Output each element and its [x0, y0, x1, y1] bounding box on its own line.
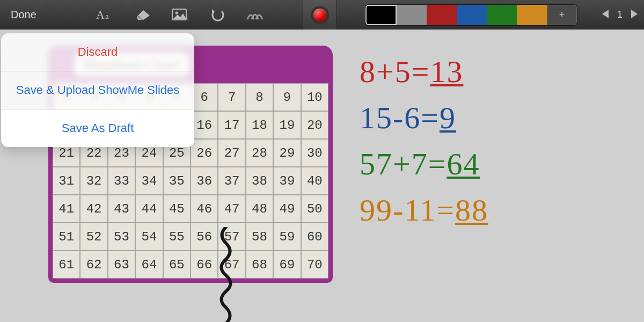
image-add-icon[interactable]: +	[169, 3, 192, 27]
swatch-green[interactable]	[487, 5, 517, 25]
chart-cell: 10	[301, 83, 328, 111]
slide-number: 1	[617, 9, 623, 20]
brush-icon[interactable]	[244, 3, 267, 27]
swatch-gray[interactable]	[397, 5, 427, 25]
color-palette: +	[365, 4, 577, 26]
chart-cell: 61	[53, 251, 80, 279]
equation-lhs: 15-6=	[360, 100, 440, 135]
chart-cell: 63	[108, 251, 135, 279]
chart-cell: 70	[301, 251, 328, 279]
chart-cell: 31	[53, 167, 80, 195]
chart-cell: 54	[135, 223, 163, 251]
save-upload-button[interactable]: Save & Upload ShowMe Slides	[1, 71, 194, 109]
chart-cell: 43	[108, 195, 135, 223]
chart-cell: 6	[191, 83, 218, 111]
chart-cell: 39	[273, 167, 301, 195]
chart-cell: 18	[246, 111, 273, 139]
swatch-orange[interactable]	[517, 5, 547, 25]
chart-cell: 40	[301, 167, 328, 195]
done-popover: Discard Save & Upload ShowMe Slides Save…	[1, 33, 194, 147]
chart-cell: 8	[246, 83, 273, 111]
chart-cell: 28	[246, 139, 273, 167]
chart-cell: 58	[246, 223, 273, 251]
svg-text:A: A	[96, 8, 105, 21]
undo-icon[interactable]	[206, 3, 230, 27]
chart-cell: 48	[246, 195, 273, 223]
chart-cell: 20	[301, 111, 328, 139]
chart-cell: 19	[273, 111, 301, 139]
chart-cell: 9	[273, 83, 301, 111]
chart-cell: 41	[53, 195, 80, 223]
eraser-icon[interactable]	[131, 3, 155, 27]
equation: 57+7=64	[360, 149, 628, 180]
chart-cell: 16	[191, 111, 218, 139]
equation: 99-11=88	[360, 195, 628, 226]
toolbar: Done Aa + + 1	[0, 0, 644, 30]
chart-cell: 35	[163, 167, 191, 195]
chart-cell: 52	[80, 223, 107, 251]
equation-lhs: 8+5=	[360, 54, 430, 89]
done-button[interactable]: Done	[5, 5, 42, 24]
equation-answer: 13	[430, 54, 463, 89]
chart-cell: 37	[218, 167, 245, 195]
swatch-black[interactable]	[365, 5, 397, 25]
chart-cell: 50	[301, 195, 328, 223]
equation: 8+5=13	[360, 56, 628, 87]
svg-text:a: a	[105, 12, 109, 20]
chart-cell: 42	[80, 195, 107, 223]
chart-cell: 65	[163, 251, 191, 279]
equation-answer: 64	[447, 147, 480, 181]
swatch-add[interactable]: +	[547, 5, 577, 25]
prev-slide-icon[interactable]	[601, 9, 610, 21]
swatch-red[interactable]	[427, 5, 457, 25]
equation: 15-6=9	[360, 103, 628, 134]
chart-cell: 44	[135, 195, 163, 223]
discard-button[interactable]: Discard	[1, 33, 194, 71]
chart-cell: 51	[53, 223, 80, 251]
chart-cell: 66	[191, 251, 218, 279]
chart-cell: 69	[273, 251, 301, 279]
chart-cell: 68	[246, 251, 273, 279]
chart-cell: 26	[191, 139, 218, 167]
chart-cell: 57	[218, 223, 245, 251]
chart-cell: 34	[135, 167, 163, 195]
chart-cell: 47	[218, 195, 245, 223]
chart-cell: 46	[191, 195, 218, 223]
chart-cell: 64	[135, 251, 163, 279]
slide-pager: 1	[601, 9, 639, 21]
chart-cell: 17	[218, 111, 245, 139]
chart-cell: 55	[163, 223, 191, 251]
record-button[interactable]	[313, 9, 326, 21]
next-slide-icon[interactable]	[630, 9, 639, 21]
chart-cell: 67	[218, 251, 245, 279]
swatch-blue[interactable]	[457, 5, 487, 25]
chart-cell: 38	[246, 167, 273, 195]
svg-point-3	[175, 11, 178, 14]
chart-cell: 49	[273, 195, 301, 223]
chart-cell: 45	[163, 195, 191, 223]
text-tool-icon[interactable]: Aa	[93, 3, 117, 27]
chart-cell: 30	[301, 139, 328, 167]
chart-cell: 29	[273, 139, 301, 167]
chart-cell: 36	[191, 167, 218, 195]
chart-cell: 32	[80, 167, 107, 195]
chart-cell: 27	[218, 139, 245, 167]
equation-answer: 88	[455, 193, 488, 228]
svg-text:+: +	[185, 16, 189, 22]
equation-lhs: 57+7=	[360, 147, 447, 181]
equations-area: 8+5=1315-6=957+7=6499-11=88	[360, 56, 628, 226]
equation-answer: 9	[440, 100, 456, 135]
save-draft-button[interactable]: Save As Draft	[1, 109, 194, 147]
chart-cell: 53	[108, 223, 135, 251]
chart-cell: 7	[218, 83, 245, 111]
chart-cell: 62	[80, 251, 107, 279]
equation-lhs: 99-11=	[360, 193, 455, 228]
chart-cell: 59	[273, 223, 301, 251]
plus-icon: +	[559, 9, 565, 20]
chart-cell: 33	[108, 167, 135, 195]
chart-cell: 60	[301, 223, 328, 251]
chart-cell: 56	[191, 223, 218, 251]
record-button-wrap	[303, 0, 337, 30]
